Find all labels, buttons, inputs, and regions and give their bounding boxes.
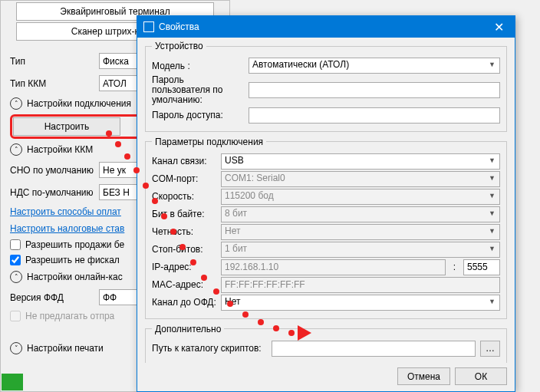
com-port-select: COM1: Serial0 (221, 171, 500, 187)
configure-tax-link[interactable]: Настроить налоговые став (10, 223, 124, 234)
browse-button[interactable]: … (480, 341, 500, 357)
no-offer-label: Не предлагать отпра (25, 311, 114, 321)
ok-button[interactable]: ОК (455, 367, 507, 385)
channel-label: Канал связи: (152, 156, 216, 166)
no-offer-checkbox (10, 311, 21, 321)
chevron-up-icon[interactable]: ˄ (10, 271, 22, 283)
bits-select: 8 бит (221, 206, 500, 222)
extra-group: Дополнительно Путь к каталогу скриптов: … (145, 324, 507, 363)
cancel-button[interactable]: Отмена (397, 367, 450, 385)
configure-payment-link[interactable]: Настроить способы оплат (10, 206, 121, 217)
scripts-path-label: Путь к каталогу скриптов: (152, 343, 267, 354)
type-label: Тип (10, 56, 94, 67)
allow-sales-label: Разрешить продажи бе (25, 239, 124, 250)
device-legend: Устройство (152, 41, 206, 51)
access-password-label: Пароль доступа: (152, 110, 244, 120)
sno-label: СНО по умолчанию (10, 165, 94, 176)
ip-input (221, 259, 446, 275)
allow-sales-checkbox[interactable] (10, 239, 21, 250)
extra-legend: Дополнительно (152, 324, 224, 334)
connection-params-legend: Параметры подключения (152, 137, 266, 147)
speed-select: 115200 бод (221, 189, 500, 205)
allow-nofiscal-checkbox[interactable] (10, 255, 21, 265)
kkm-type-label: Тип ККМ (10, 78, 94, 89)
online-cashier-section: Настройки онлайн-кас (27, 272, 123, 282)
configure-button[interactable]: Настроить (13, 117, 120, 136)
model-select[interactable]: Автоматически (АТОЛ) (249, 58, 500, 74)
properties-dialog: Свойства ✕ Устройство Модель : Автоматич… (137, 15, 515, 392)
ip-label: IP-адрес: (152, 262, 216, 272)
dialog-buttons: Отмена ОК (137, 363, 515, 391)
model-label: Модель : (152, 61, 244, 71)
port-input (463, 259, 500, 275)
window-icon (143, 21, 154, 32)
window-title: Свойства (159, 21, 199, 32)
kkm-settings-section: Настройки ККМ (27, 144, 93, 155)
port-separator: : (450, 262, 459, 272)
channel-select[interactable]: USB (221, 153, 500, 170)
user-password-label: Пароль пользователя по умолчанию: (152, 75, 244, 106)
parity-select: Нет (221, 224, 500, 240)
user-password-input[interactable] (249, 82, 500, 98)
parity-label: Четность: (152, 226, 216, 237)
speed-label: Скорость: (152, 191, 216, 202)
allow-nofiscal-label: Разрешить не фискал (25, 255, 120, 265)
chevron-up-icon[interactable]: ˄ (10, 97, 22, 110)
connection-settings-section: Настройки подключения (27, 98, 131, 109)
stop-bits-select: 1 бит (221, 242, 500, 258)
mac-input (221, 277, 500, 293)
access-password-input[interactable] (249, 107, 500, 124)
mac-label: MAC-адрес: (152, 279, 216, 290)
scripts-path-input[interactable] (272, 341, 476, 357)
ffd-version-label: Версия ФФД (10, 292, 94, 303)
close-icon[interactable]: ✕ (489, 20, 509, 35)
chevron-down-icon[interactable]: ˅ (10, 342, 22, 354)
green-indicator (2, 374, 23, 390)
chevron-up-icon[interactable]: ˄ (10, 143, 22, 156)
connection-params-group: Параметры подключения Канал связи: USB C… (145, 137, 507, 319)
com-port-label: COM-порт: (152, 173, 216, 184)
ofd-channel-select[interactable]: Нет (221, 295, 500, 311)
titlebar[interactable]: Свойства ✕ (137, 16, 515, 38)
ofd-channel-label: Канал до ОФД: (152, 297, 216, 308)
print-settings-section: Настройки печати (27, 343, 104, 354)
device-group: Устройство Модель : Автоматически (АТОЛ)… (145, 41, 507, 132)
nds-label: НДС по-умолчанию (10, 187, 94, 198)
